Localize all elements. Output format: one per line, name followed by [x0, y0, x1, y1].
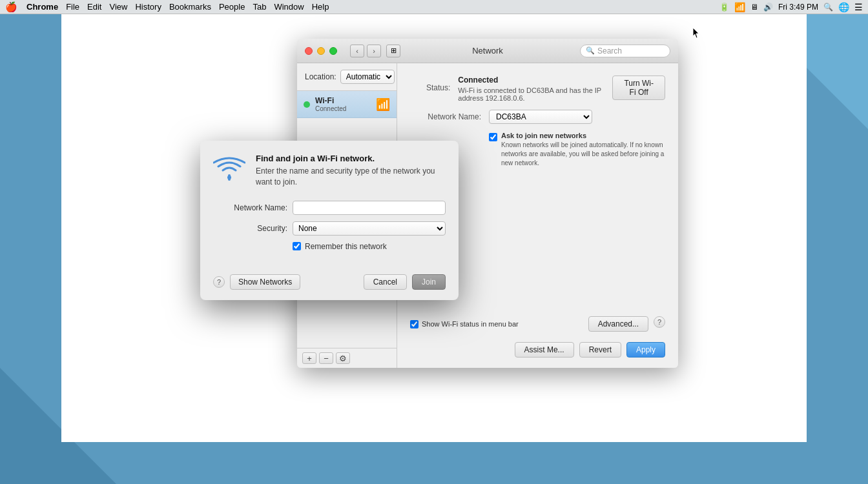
clock: Fri 3:49 PM [778, 3, 818, 12]
join-button[interactable]: Join [412, 274, 446, 290]
wifi-network-item[interactable]: Wi-Fi Connected 📶 [297, 91, 397, 118]
search-placeholder: Search [597, 46, 622, 55]
back-button[interactable]: ‹ [350, 45, 364, 57]
menubar-right: 🔋 📶 🖥 🔊 Fri 3:49 PM 🔍 🌐 ☰ [719, 2, 863, 12]
siri-icon[interactable]: 🌐 [838, 2, 849, 12]
location-select[interactable]: Automatic [340, 70, 395, 84]
remember-label: Remember this network [305, 242, 387, 251]
network-name-row: Network Name: DC63BA [410, 110, 665, 124]
nav-buttons: ‹ › [350, 45, 381, 57]
network-status-label: Connected [315, 105, 371, 112]
bottom-bar: Show Wi-Fi status in menu bar Advanced..… [410, 316, 665, 332]
menu-help[interactable]: Help [312, 2, 329, 12]
status-value: Connected [458, 76, 498, 85]
advanced-button[interactable]: Advanced... [588, 316, 648, 332]
ask-to-join-checkbox[interactable] [489, 133, 497, 141]
show-wifi-label: Show Wi-Fi status in menu bar [422, 320, 519, 328]
bottom-buttons: Advanced... ? [588, 316, 665, 332]
location-bar: Location: Automatic [297, 63, 397, 91]
wifi-signal-icon: 📶 [376, 97, 390, 112]
footer-left: ? Show Networks [213, 274, 300, 290]
menu-history[interactable]: History [135, 2, 161, 12]
apply-button[interactable]: Apply [626, 342, 665, 358]
app-name[interactable]: Chrome [26, 2, 58, 12]
close-button[interactable] [305, 47, 313, 55]
status-row: Status: Connected Wi-Fi is connected to … [410, 74, 665, 102]
apple-menu[interactable]: 🍎 [5, 1, 17, 13]
network-name-form-label: Network Name: [213, 203, 287, 212]
network-name-field-label: Network Name: [410, 112, 481, 121]
cancel-button[interactable]: Cancel [364, 274, 407, 290]
search-icon: 🔍 [586, 46, 595, 55]
dialog-description: Enter the name and security type of the … [256, 166, 446, 188]
ask-to-join-label: Ask to join new networks [501, 132, 665, 139]
wifi-dialog-icon [213, 156, 245, 186]
status-info: Connected Wi-Fi is connected to DC63BA a… [458, 74, 604, 102]
maximize-button[interactable] [329, 47, 337, 55]
network-options-button[interactable]: ⚙ [336, 352, 350, 364]
svg-point-0 [227, 176, 231, 179]
dialog-form: Network Name: Security: None Remember th… [200, 194, 459, 269]
show-networks-button[interactable]: Show Networks [230, 274, 300, 290]
status-description: Wi-Fi is connected to DC63BA and has the… [458, 86, 604, 102]
traffic-lights [305, 47, 337, 55]
dialog-header: Find and join a Wi-Fi network. Enter the… [200, 141, 459, 194]
add-network-button[interactable]: + [302, 352, 316, 364]
sidebar-bottom: + − ⚙ [297, 348, 397, 368]
connected-dot [304, 101, 310, 108]
menu-file[interactable]: File [66, 2, 79, 12]
search-icon[interactable]: 🔍 [823, 3, 833, 12]
menu-bookmarks[interactable]: Bookmarks [169, 2, 211, 12]
grid-button[interactable]: ⊞ [386, 45, 400, 57]
forward-button[interactable]: › [367, 45, 381, 57]
show-wifi-row: Show Wi-Fi status in menu bar [410, 320, 519, 328]
window-title: Network [472, 46, 503, 55]
display-icon[interactable]: 🖥 [750, 3, 758, 12]
remember-row: Remember this network [293, 242, 446, 251]
volume-icon[interactable]: 🔊 [763, 3, 773, 12]
search-box[interactable]: 🔍 Search [580, 45, 670, 57]
menu-tab[interactable]: Tab [253, 2, 266, 12]
network-info: Wi-Fi Connected [315, 96, 371, 112]
security-select[interactable]: None [293, 221, 446, 236]
battery-icon: 🔋 [719, 3, 729, 12]
wifi-menu-icon[interactable]: 📶 [734, 2, 745, 12]
ask-to-join-row: Ask to join new networks Known networks … [489, 132, 665, 168]
remove-network-button[interactable]: − [319, 352, 333, 364]
assist-me-button[interactable]: Assist Me... [515, 342, 574, 358]
dialog-help-button[interactable]: ? [213, 276, 225, 288]
remember-checkbox[interactable] [293, 242, 301, 250]
wifi-dialog: Find and join a Wi-Fi network. Enter the… [200, 141, 459, 300]
location-label: Location: [305, 72, 336, 81]
ask-to-join-desc: Known networks will be joined automatica… [501, 141, 665, 168]
menu-edit[interactable]: Edit [87, 2, 101, 12]
menubar: 🍎 Chrome File Edit View History Bookmark… [0, 0, 868, 14]
help-button[interactable]: ? [654, 316, 665, 328]
dialog-title: Find and join a Wi-Fi network. [256, 154, 446, 163]
security-form-row: Security: None [213, 221, 446, 236]
network-name-form-row: Network Name: [213, 201, 446, 215]
menu-view[interactable]: View [109, 2, 127, 12]
dialog-text: Find and join a Wi-Fi network. Enter the… [256, 154, 446, 188]
window-titlebar: ‹ › ⊞ Network 🔍 Search [297, 39, 678, 63]
footer-right: Cancel Join [364, 274, 446, 290]
network-name-label: Wi-Fi [315, 96, 371, 105]
network-name-input[interactable] [293, 201, 446, 215]
show-wifi-checkbox[interactable] [410, 320, 418, 328]
dialog-footer: ? Show Networks Cancel Join [200, 269, 459, 300]
menu-window[interactable]: Window [274, 2, 304, 12]
security-form-label: Security: [213, 224, 287, 233]
network-name-select[interactable]: DC63BA [489, 110, 592, 124]
minimize-button[interactable] [317, 47, 325, 55]
menu-people[interactable]: People [219, 2, 245, 12]
action-buttons: Assist Me... Revert Apply [410, 342, 665, 358]
status-field-label: Status: [410, 83, 450, 92]
ask-to-join-info: Ask to join new networks Known networks … [501, 132, 665, 168]
notification-icon[interactable]: ☰ [854, 2, 863, 12]
turn-wifi-off-button[interactable]: Turn Wi-Fi Off [612, 76, 665, 100]
revert-button[interactable]: Revert [579, 342, 621, 358]
